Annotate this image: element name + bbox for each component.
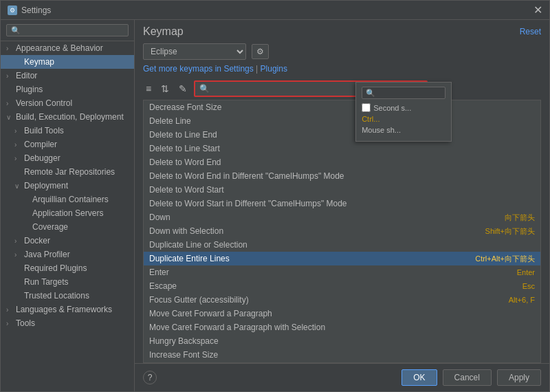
keymap-row[interactable]: Move Caret Forward a Paragraph xyxy=(144,307,540,320)
keymap-row[interactable]: Escape Esc xyxy=(144,279,540,293)
sidebar-item-label: Version Control xyxy=(16,98,72,108)
keymap-gear-button[interactable]: ⚙ xyxy=(252,44,269,59)
sidebar-search-container xyxy=(1,20,134,41)
sidebar-item-label: Plugins xyxy=(16,85,43,94)
sidebar-item-deployment[interactable]: ∨Deployment xyxy=(1,179,134,193)
sidebar-item-docker[interactable]: ›Docker xyxy=(1,234,134,248)
ok-button[interactable]: OK xyxy=(402,369,437,386)
keymap-row[interactable]: Delete to Word End xyxy=(144,155,540,169)
sidebar-item-label: Languages & Frameworks xyxy=(16,305,112,314)
settings-window-icon: ⚙ xyxy=(8,6,17,15)
keymap-row[interactable]: Increase Font Size xyxy=(144,348,540,362)
chevron-icon: › xyxy=(14,251,21,259)
keymap-select[interactable]: Eclipse IntelliJ IDEA Classic Visual Stu… xyxy=(143,43,246,60)
shortcut-key: Ctrl+Alt+向下箭头 xyxy=(470,254,535,264)
keymap-row[interactable]: Duplicate Entire Lines Ctrl+Alt+向下箭头 xyxy=(144,252,540,265)
action-name: Delete to Word Start xyxy=(149,185,529,195)
keymap-row[interactable]: Decrease Font Size xyxy=(144,100,540,114)
sidebar-item-java-profiler[interactable]: ›Java Profiler xyxy=(1,248,134,261)
apply-button[interactable]: Apply xyxy=(497,369,541,386)
title-bar: ⚙ Settings ✕ xyxy=(1,1,549,20)
search-toolbar: ≡ ⇅ ✎ 🔍 Second s... xyxy=(135,78,549,100)
shortcut-popup: Second s... Ctrl... Mouse sh... xyxy=(355,82,452,142)
pencil-button[interactable]: ✎ xyxy=(176,82,190,96)
chevron-icon: › xyxy=(6,320,13,327)
second-stroke-row: Second s... xyxy=(362,103,446,112)
ctrl-row: Ctrl... xyxy=(362,115,446,123)
filter-button-1[interactable]: ≡ xyxy=(143,82,154,96)
filter-button-2[interactable]: ⇅ xyxy=(158,82,172,96)
sidebar-item-lang-frameworks[interactable]: ›Languages & Frameworks xyxy=(1,303,134,316)
sidebar-item-keymap[interactable]: Keymap xyxy=(1,55,134,69)
sidebar-item-label: Required Plugins xyxy=(24,263,87,273)
second-stroke-checkbox[interactable] xyxy=(362,103,371,112)
sidebar-item-arquillian[interactable]: Arquillian Containers xyxy=(1,193,134,206)
sidebar-item-label: Application Servers xyxy=(32,208,103,218)
second-stroke-label: Second s... xyxy=(373,104,411,112)
help-button[interactable]: ? xyxy=(143,371,157,384)
sidebar-item-build-exec[interactable]: ∨Build, Execution, Deployment xyxy=(1,110,134,124)
chevron-icon: › xyxy=(14,127,21,135)
keymap-list-area[interactable]: Decrease Font Size Delete Line Delete to… xyxy=(143,100,541,363)
popup-search-input[interactable] xyxy=(362,87,446,99)
keymap-row[interactable]: Duplicate Line or Selection xyxy=(144,238,540,252)
action-name: Decrease Font Size xyxy=(149,102,529,112)
sidebar-item-tools[interactable]: ›Tools xyxy=(1,316,134,330)
sidebar-search-input[interactable] xyxy=(6,24,129,36)
title-bar-left: ⚙ Settings xyxy=(8,6,51,15)
sidebar-item-remote-jar[interactable]: Remote Jar Repositories xyxy=(1,165,134,179)
chevron-icon: ∨ xyxy=(6,113,13,121)
keymap-row[interactable]: Focus Gutter (accessibility) Alt+6, F xyxy=(144,293,540,307)
mouse-label: Mouse sh... xyxy=(362,126,401,134)
sidebar-item-plugins[interactable]: Plugins xyxy=(1,83,134,96)
settings-window: ⚙ Settings ✕ ›Appearance & BehaviorKeyma… xyxy=(0,0,550,392)
sidebar-item-label: Arquillian Containers xyxy=(32,195,109,204)
action-name: Delete Line xyxy=(149,116,529,126)
keymap-row[interactable]: Move Caret Forward a Paragraph with Sele… xyxy=(144,320,540,334)
sidebar-item-label: Docker xyxy=(24,236,50,246)
keymap-row[interactable]: Hungry Backspace xyxy=(144,334,540,348)
keymap-row[interactable]: Indent Line or Selection xyxy=(144,362,540,363)
chevron-icon: › xyxy=(6,306,13,314)
keymap-row[interactable]: Delete to Line End xyxy=(144,128,540,142)
ctrl-label: Ctrl... xyxy=(362,115,380,123)
sidebar-item-app-servers[interactable]: Application Servers xyxy=(1,206,134,220)
more-keymaps-link[interactable]: Get more keymaps in Settings xyxy=(143,64,254,74)
sidebar-item-label: Java Profiler xyxy=(24,250,70,259)
sidebar-item-run-targets[interactable]: Run Targets xyxy=(1,275,134,289)
keymap-controls: Eclipse IntelliJ IDEA Classic Visual Stu… xyxy=(135,41,549,63)
reset-link[interactable]: Reset xyxy=(520,27,541,36)
chevron-icon: › xyxy=(14,237,21,245)
plugins-link[interactable]: Plugins xyxy=(261,64,287,74)
sidebar-item-label: Remote Jar Repositories xyxy=(24,167,115,177)
keymap-row[interactable]: Delete to Word End in Different "CamelHu… xyxy=(144,169,540,183)
sidebar-item-trusted-locations[interactable]: Trusted Locations xyxy=(1,289,134,303)
cancel-button[interactable]: Cancel xyxy=(443,369,492,386)
action-name: Duplicate Line or Selection xyxy=(149,240,529,250)
keymap-row[interactable]: Delete to Line Start xyxy=(144,142,540,155)
sidebar-item-editor[interactable]: ›Editor xyxy=(1,69,134,83)
sidebar-item-version-control[interactable]: ›Version Control xyxy=(1,96,134,110)
panel-header: Keymap Reset xyxy=(135,20,549,41)
keymap-row[interactable]: Down 向下箭头 xyxy=(144,210,540,224)
sidebar-item-debugger[interactable]: ›Debugger xyxy=(1,151,134,165)
action-name: Down with Selection xyxy=(149,226,480,236)
sidebar-item-appearance[interactable]: ›Appearance & Behavior xyxy=(1,41,134,55)
chevron-icon: › xyxy=(14,141,21,149)
close-button[interactable]: ✕ xyxy=(534,5,542,16)
sidebar-item-label: Deployment xyxy=(24,181,68,190)
action-name: Delete to Word End in Different "CamelHu… xyxy=(149,171,529,181)
sidebar-item-coverage[interactable]: Coverage xyxy=(1,220,134,234)
keymap-row[interactable]: Delete Line xyxy=(144,114,540,128)
bottom-left: ? xyxy=(143,371,157,384)
chevron-icon: › xyxy=(6,72,13,80)
bottom-bar: ? OK Cancel Apply xyxy=(135,363,549,391)
sidebar-item-compiler[interactable]: ›Compiler xyxy=(1,138,134,151)
keymap-row[interactable]: Delete to Word Start in Different "Camel… xyxy=(144,197,540,210)
keymap-row[interactable]: Delete to Word Start xyxy=(144,183,540,197)
more-keymaps-row: Get more keymaps in Settings | Plugins xyxy=(135,63,549,78)
keymap-row[interactable]: Down with Selection Shift+向下箭头 xyxy=(144,224,540,238)
sidebar-item-required-plugins[interactable]: Required Plugins xyxy=(1,261,134,275)
keymap-row[interactable]: Enter Enter xyxy=(144,265,540,279)
sidebar-item-build-tools[interactable]: ›Build Tools xyxy=(1,124,134,138)
